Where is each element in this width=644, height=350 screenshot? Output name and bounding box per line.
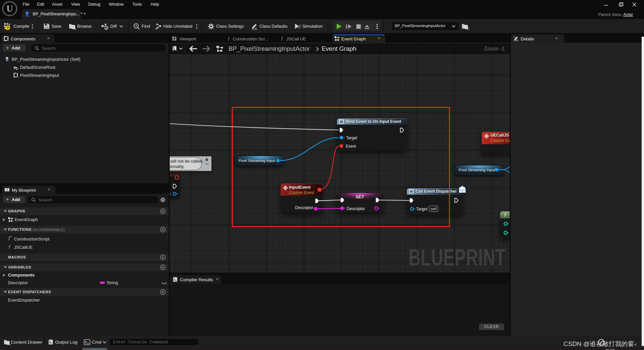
svg-text:r: r <box>170 192 171 196</box>
svg-text:U: U <box>6 4 13 14</box>
svg-text:?: ? <box>6 26 9 30</box>
